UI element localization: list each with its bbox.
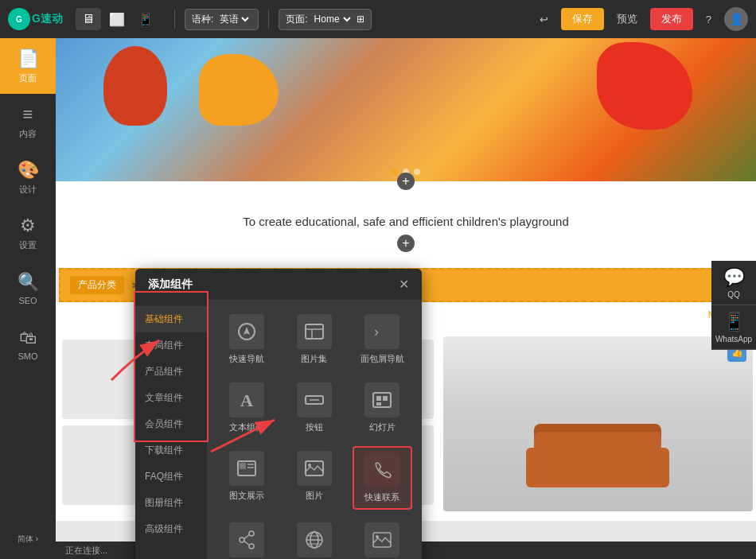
- dialog-sidebar-member[interactable]: 会员组件: [135, 411, 207, 437]
- svg-rect-11: [383, 396, 388, 401]
- basic-label: 基础组件: [145, 313, 183, 324]
- gallery-icon: [297, 314, 332, 349]
- svg-point-20: [240, 538, 244, 542]
- svg-point-19: [249, 531, 254, 536]
- dialog-item-language[interactable]: 语言栏: [284, 518, 344, 559]
- help-button[interactable]: ?: [699, 10, 718, 29]
- add-section-button-mid[interactable]: +: [397, 235, 415, 252]
- toolbar-right: ↩ 保存 预览 发布 ? 👤: [533, 7, 748, 31]
- publish-button[interactable]: 发布: [650, 8, 693, 30]
- svg-rect-10: [376, 396, 381, 401]
- svg-marker-1: [244, 327, 250, 335]
- page-select[interactable]: 页面: Home ⊞: [279, 9, 371, 30]
- breadcrumb-label: 面包屑导航: [360, 353, 404, 365]
- dialog-sidebar-album[interactable]: 图册组件: [135, 490, 207, 516]
- add-component-dialog: 添加组件 ✕ 基础组件 布局组件 产品组件: [135, 269, 422, 559]
- dialog-item-share[interactable]: 分享: [216, 518, 276, 559]
- svg-rect-2: [306, 324, 323, 339]
- qq-icon: 💬: [723, 267, 745, 288]
- whatsapp-button[interactable]: 📱 WhatsApp: [711, 305, 756, 350]
- tagline-section: To create educational, safe and efficien…: [56, 199, 756, 268]
- svg-text:›: ›: [374, 324, 379, 340]
- dialog-item-text[interactable]: A 文本组件: [216, 378, 276, 438]
- sidebar-label-design: 设计: [19, 184, 37, 196]
- sidebar: 📄 页面 ≡ 内容 🎨 设计 ⚙ 设置 🔍 SEO 🛍 SMO 简体 ›: [0, 38, 56, 559]
- canvas-area: + To create educational, safe and effici…: [56, 38, 756, 559]
- slideshow-icon: [364, 382, 399, 417]
- separator-1: [174, 10, 175, 29]
- dialog-sidebar-basic[interactable]: 基础组件: [135, 306, 207, 332]
- dialog-item-quick-nav[interactable]: 快速导航: [216, 309, 276, 370]
- dialog-sidebar-layout[interactable]: 布局组件: [135, 332, 207, 359]
- sidebar-item-smo[interactable]: 🛍 SMO: [0, 316, 56, 372]
- hero-dot-1[interactable]: [392, 169, 398, 175]
- svg-rect-14: [240, 463, 246, 469]
- settings-icon: ⚙: [20, 215, 36, 236]
- quick-nav-icon: [229, 314, 264, 349]
- dialog-item-image-text[interactable]: 图文展示: [216, 446, 276, 510]
- layout-label: 布局组件: [145, 340, 183, 351]
- undo-button[interactable]: ↩: [533, 10, 555, 29]
- svg-point-30: [376, 535, 379, 538]
- avatar[interactable]: 👤: [724, 7, 748, 31]
- sofa-seat: [534, 432, 661, 487]
- breadcrumb-icon: ›: [364, 314, 399, 349]
- faq-label: FAQ组件: [145, 471, 183, 482]
- logo[interactable]: G G速动: [8, 8, 63, 30]
- sidebar-item-jianben[interactable]: 简体 ›: [0, 519, 56, 559]
- logo-icon: G: [8, 8, 30, 30]
- qq-button[interactable]: 💬 QQ: [711, 261, 756, 305]
- quick-contact-icon: [364, 452, 399, 487]
- dialog-item-quick-contact[interactable]: 快速联系: [353, 446, 412, 510]
- sidebar-label-seo: SEO: [18, 296, 37, 305]
- sidebar-item-pages[interactable]: 📄 页面: [0, 38, 56, 94]
- sofa-arm-right: [653, 448, 669, 487]
- save-button[interactable]: 保存: [561, 8, 604, 30]
- dialog-close-button[interactable]: ✕: [399, 277, 409, 292]
- product-featured-image: 👍: [443, 336, 753, 511]
- add-section-button-top[interactable]: +: [397, 173, 415, 190]
- lang-dropdown[interactable]: 英语: [216, 13, 251, 25]
- category-tag[interactable]: 产品分类: [70, 276, 124, 294]
- dialog-body: 基础组件 布局组件 产品组件 文章组件 会员组件: [135, 300, 422, 559]
- dialog-item-button[interactable]: 按钮: [284, 378, 344, 438]
- dialog-sidebar-faq[interactable]: FAQ组件: [135, 464, 207, 490]
- separator-2: [268, 10, 269, 29]
- gallery-label: 图片集: [301, 353, 327, 365]
- dialog-item-slideshow[interactable]: 幻灯片: [353, 378, 412, 438]
- dialog-header: 添加组件 ✕: [135, 269, 422, 300]
- split-view-button[interactable]: ⬜: [104, 8, 130, 30]
- dialog-sidebar-download[interactable]: 下载组件: [135, 437, 207, 464]
- sidebar-item-design[interactable]: 🎨 设计: [0, 149, 56, 205]
- preview-button[interactable]: 预览: [610, 9, 644, 29]
- dialog-item-gallery[interactable]: 图片集: [284, 309, 344, 370]
- dialog-item-scrolling-image[interactable]: 滚动图片: [353, 518, 412, 559]
- language-select[interactable]: 语种: 英语: [185, 9, 259, 30]
- svg-point-21: [249, 544, 254, 549]
- mobile-view-button[interactable]: 📱: [133, 8, 158, 30]
- logo-text: G速动: [32, 12, 63, 26]
- member-label: 会员组件: [145, 418, 183, 429]
- dialog: 添加组件 ✕ 基础组件 布局组件 产品组件: [135, 269, 422, 559]
- dialog-item-image[interactable]: 图片: [284, 446, 344, 510]
- whatsapp-label: WhatsApp: [715, 335, 752, 344]
- sidebar-bottom: 简体 ›: [0, 519, 56, 559]
- hero-dot-3[interactable]: [414, 169, 420, 175]
- sofa-arm-left: [526, 448, 542, 487]
- dialog-sidebar-product[interactable]: 产品组件: [135, 359, 207, 385]
- dialog-item-breadcrumb[interactable]: › 面包屑导航: [353, 309, 412, 370]
- sidebar-item-settings[interactable]: ⚙ 设置: [0, 205, 56, 261]
- dialog-sidebar-article[interactable]: 文章组件: [135, 385, 207, 411]
- dialog-sidebar: 基础组件 布局组件 产品组件 文章组件 会员组件: [135, 300, 207, 559]
- page-dropdown[interactable]: Home: [311, 13, 353, 25]
- text-icon: A: [229, 382, 264, 417]
- view-buttons: 🖥 ⬜ 📱: [76, 8, 158, 30]
- dialog-sidebar-advanced[interactable]: 高级组件: [135, 516, 207, 542]
- sidebar-item-content[interactable]: ≡ 内容: [0, 94, 56, 149]
- desktop-view-button[interactable]: 🖥: [76, 8, 101, 30]
- image-text-icon: [229, 451, 264, 486]
- text-label: 文本组件: [229, 421, 264, 433]
- share-icon: [229, 522, 264, 557]
- sidebar-item-seo[interactable]: 🔍 SEO: [0, 261, 56, 316]
- scrolling-image-icon: [364, 522, 399, 557]
